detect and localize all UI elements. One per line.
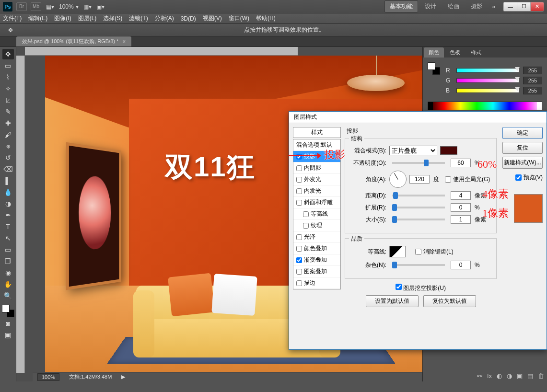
screen-mode-dropdown[interactable]: ▦▾: [46, 3, 54, 10]
tab-color[interactable]: 颜色: [424, 47, 444, 58]
document-tab[interactable]: 效果.psd @ 100% (双11狂欢购, RGB/8) * ×: [16, 36, 131, 46]
stamp-tool[interactable]: ⎈: [2, 141, 14, 151]
move-tool[interactable]: ✥: [2, 49, 14, 59]
zoom-tool[interactable]: 🔍: [2, 290, 14, 301]
quickmask-tool[interactable]: ◙: [2, 318, 14, 329]
workspace-more-dropdown[interactable]: »: [492, 3, 495, 10]
b-value[interactable]: 255: [523, 87, 542, 94]
zoom-dropdown[interactable]: 100% ▾: [59, 3, 79, 10]
workspace-photo-button[interactable]: 摄影: [466, 1, 487, 12]
style-item-9[interactable]: 颜色叠加: [293, 243, 340, 254]
ruler-horizontal[interactable]: [25, 47, 298, 56]
new-style-button[interactable]: 新建样式(W)...: [502, 157, 543, 169]
menu-edit[interactable]: 编辑(E): [28, 14, 47, 23]
status-zoom[interactable]: 100%: [37, 373, 59, 381]
mb-icon[interactable]: Mb: [31, 2, 41, 11]
noise-slider[interactable]: [392, 264, 445, 266]
menu-help[interactable]: 帮助(H): [256, 14, 276, 23]
angle-value[interactable]: 120: [409, 175, 430, 184]
minimize-button[interactable]: ―: [503, 2, 517, 11]
dialog-title[interactable]: 图层样式: [289, 112, 547, 123]
noise-value[interactable]: 0: [451, 261, 471, 269]
style-list-header[interactable]: 样式: [293, 127, 341, 138]
menu-3d[interactable]: 3D(D): [181, 15, 196, 22]
eyedropper-tool[interactable]: ✎: [2, 106, 14, 117]
angle-dial[interactable]: [389, 171, 407, 188]
style-item-4[interactable]: 内发光: [293, 185, 340, 197]
opacity-value[interactable]: 60: [451, 159, 471, 167]
spread-value[interactable]: 0: [451, 203, 471, 212]
workspace-basic-button[interactable]: 基本功能: [384, 0, 418, 12]
close-button[interactable]: ✕: [530, 2, 544, 11]
group-icon[interactable]: ▣: [517, 372, 523, 380]
gradient-tool[interactable]: ▌: [2, 175, 14, 186]
close-tab-icon[interactable]: ×: [122, 38, 126, 45]
style-item-3[interactable]: 外发光: [293, 174, 340, 185]
fill-adj-icon[interactable]: ◑: [507, 372, 512, 380]
new-layer-icon[interactable]: ▤: [527, 372, 533, 380]
camera-tool[interactable]: ◉: [2, 267, 14, 278]
style-item-5[interactable]: 斜面和浮雕: [293, 197, 340, 208]
spectrum-bar[interactable]: [428, 102, 542, 110]
blend-mode-select[interactable]: 正片叠底: [389, 146, 437, 155]
tab-styles[interactable]: 样式: [466, 47, 486, 58]
mask-icon[interactable]: ◐: [497, 372, 502, 380]
opacity-slider[interactable]: [392, 162, 445, 164]
menu-select[interactable]: 选择(S): [103, 14, 122, 23]
set-default-button[interactable]: 设置为默认值: [366, 295, 419, 307]
maximize-button[interactable]: ☐: [517, 2, 530, 11]
fx-icon[interactable]: fx: [487, 372, 492, 380]
ruler-vertical[interactable]: [16, 56, 25, 373]
distance-slider[interactable]: [392, 195, 445, 196]
style-item-12[interactable]: 描边: [293, 277, 340, 289]
color-swatch[interactable]: [2, 305, 14, 317]
style-item-11[interactable]: 图案叠加: [293, 266, 340, 277]
g-slider[interactable]: [456, 78, 519, 83]
br-icon[interactable]: Br: [16, 2, 27, 11]
wand-tool[interactable]: ✧: [2, 83, 14, 94]
menu-file[interactable]: 文件(F): [3, 14, 22, 23]
shape-tool[interactable]: ▭: [2, 244, 14, 255]
b-slider[interactable]: [456, 88, 519, 93]
dodge-tool[interactable]: ◑: [2, 198, 14, 209]
type-tool[interactable]: T: [2, 221, 14, 232]
distance-value[interactable]: 4: [451, 191, 471, 200]
global-light-checkbox[interactable]: 使用全局光(G): [445, 175, 490, 184]
antialias-checkbox[interactable]: 消除锯齿(L): [415, 248, 454, 256]
style-item-8[interactable]: 光泽: [293, 231, 340, 243]
knockout-checkbox[interactable]: 图层挖空投影(U): [396, 285, 446, 291]
menu-image[interactable]: 图像(I): [54, 14, 71, 23]
crop-tool[interactable]: ⟀: [2, 95, 14, 105]
path-select-tool[interactable]: ↖: [2, 233, 14, 243]
menu-layer[interactable]: 图层(L): [78, 14, 97, 23]
style-item-2[interactable]: 内阴影: [293, 162, 340, 174]
extras-dropdown[interactable]: ▣▾: [96, 3, 105, 10]
menu-analyze[interactable]: 分析(A): [155, 14, 174, 23]
style-item-10[interactable]: 渐变叠加: [293, 254, 340, 266]
style-item-6[interactable]: 等高线: [293, 208, 340, 220]
spread-slider[interactable]: [392, 207, 445, 208]
menu-window[interactable]: 窗口(W): [229, 14, 249, 23]
preview-checkbox[interactable]: 预览(V): [502, 173, 543, 182]
link-icon[interactable]: ⚯: [477, 372, 482, 380]
heal-tool[interactable]: ✚: [2, 118, 14, 128]
contour-picker[interactable]: [389, 246, 406, 257]
workspace-design-button[interactable]: 设计: [420, 1, 441, 12]
ok-button[interactable]: 确定: [502, 127, 543, 139]
screenmode-tool[interactable]: ▣: [2, 330, 14, 340]
restore-default-button[interactable]: 复位为默认值: [423, 295, 476, 307]
style-item-7[interactable]: 纹理: [293, 220, 340, 231]
move-tool-icon[interactable]: ✥: [4, 25, 17, 35]
shadow-color-swatch[interactable]: [440, 146, 457, 155]
size-value[interactable]: 1: [451, 215, 471, 224]
menu-filter[interactable]: 滤镜(T): [129, 14, 148, 23]
menu-view[interactable]: 视图(V): [203, 14, 222, 23]
lasso-tool[interactable]: ⌇: [2, 72, 14, 82]
pen-tool[interactable]: ✒: [2, 210, 14, 220]
g-value[interactable]: 255: [523, 77, 542, 84]
status-arrow-icon[interactable]: ▶: [121, 374, 125, 380]
cancel-button[interactable]: 复位: [502, 142, 543, 154]
brush-tool[interactable]: 🖌: [2, 129, 14, 140]
3d-tool[interactable]: ❒: [2, 256, 14, 266]
history-brush-tool[interactable]: ↺: [2, 152, 14, 163]
